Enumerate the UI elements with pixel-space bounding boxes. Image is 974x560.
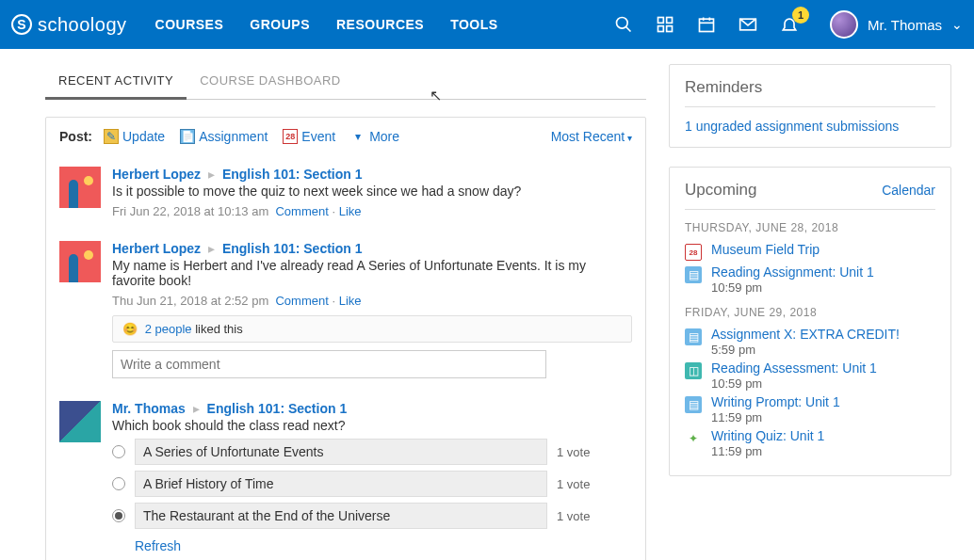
post-author[interactable]: Herbert Lopez xyxy=(112,167,201,182)
reminders-title: Reminders xyxy=(685,78,935,107)
feed-header: Post: ✎ Update 📄 Assignment 28 Event ▾ M… xyxy=(59,129,632,144)
feed-post: Herbert Lopez ▸ English 101: Section 1 I… xyxy=(59,159,632,233)
post-meta: Thu Jun 21, 2018 at 2:52 pm Comment · Li… xyxy=(112,294,632,308)
upcoming-day-header: FRIDAY, JUNE 29, 2018 xyxy=(685,306,935,319)
poll-option: A Brief History of Time 1 vote xyxy=(112,471,632,497)
upcoming-item: ▤ Writing Prompt: Unit 1 11:59 pm xyxy=(685,394,935,424)
main-nav: COURSES GROUPS RESOURCES TOOLS xyxy=(155,17,498,32)
logo-text: schoology xyxy=(38,14,127,36)
svg-rect-6 xyxy=(700,19,714,31)
poll-option-label[interactable]: A Series of Unfortunate Events xyxy=(135,439,547,465)
feed-post: Mr. Thomas ▸ English 101: Section 1 Whic… xyxy=(59,393,632,560)
svg-rect-4 xyxy=(658,26,664,32)
like-link[interactable]: Like xyxy=(339,294,362,308)
update-icon: ✎ xyxy=(104,129,119,144)
upcoming-item: 28 Museum Field Trip xyxy=(685,242,935,261)
tab-course-dashboard[interactable]: COURSE DASHBOARD xyxy=(187,64,354,99)
nav-groups[interactable]: GROUPS xyxy=(250,17,310,32)
post-meta: Fri Jun 22, 2018 at 10:13 am Comment · L… xyxy=(112,204,632,218)
feed-post: Herbert Lopez ▸ English 101: Section 1 M… xyxy=(59,233,632,393)
comment-link[interactable]: Comment xyxy=(275,204,328,218)
upcoming-day-header: THURSDAY, JUNE 28, 2018 xyxy=(685,221,935,234)
upcoming-item: ◫ Reading Assessment: Unit 1 10:59 pm xyxy=(685,360,935,391)
poll-radio[interactable] xyxy=(112,509,125,522)
post-event-label: Event xyxy=(301,129,335,144)
assignment-small-icon: ▤ xyxy=(685,328,702,345)
post-more-button[interactable]: ▾ More xyxy=(350,129,399,144)
post-text: My name is Herbert and I've already read… xyxy=(112,258,632,288)
poll-votes: 1 vote xyxy=(557,445,590,459)
logo[interactable]: S schoology xyxy=(11,14,127,36)
upcoming-item-title[interactable]: Museum Field Trip xyxy=(711,242,935,257)
post-assignment-label: Assignment xyxy=(199,129,268,144)
upcoming-item-time: 10:59 pm xyxy=(711,376,935,391)
avatar xyxy=(830,10,858,39)
upcoming-item-title[interactable]: Writing Quiz: Unit 1 xyxy=(711,428,935,443)
refresh-link[interactable]: Refresh xyxy=(135,538,181,553)
nav-resources[interactable]: RESOURCES xyxy=(336,17,424,32)
upcoming-item: ✦ Writing Quiz: Unit 1 11:59 pm xyxy=(685,428,935,458)
post-text: Which book should the class read next? xyxy=(112,418,632,433)
upcoming-item-title[interactable]: Writing Prompt: Unit 1 xyxy=(711,394,935,409)
post-event-button[interactable]: 28 Event xyxy=(283,129,335,144)
chevron-right-icon: ▸ xyxy=(208,241,215,256)
post-more-label: More xyxy=(369,129,399,144)
poll-radio[interactable] xyxy=(112,477,125,490)
quiz-small-icon: ✦ xyxy=(685,430,702,447)
feed-panel: Post: ✎ Update 📄 Assignment 28 Event ▾ M… xyxy=(45,117,646,560)
post-label: Post: xyxy=(59,129,92,144)
avatar xyxy=(59,241,101,282)
svg-rect-5 xyxy=(667,26,673,32)
sort-dropdown[interactable]: Most Recent xyxy=(551,129,632,144)
post-course[interactable]: English 101: Section 1 xyxy=(207,401,348,416)
chevron-down-icon: ⌄ xyxy=(951,17,963,32)
calendar-small-icon: 28 xyxy=(685,244,702,261)
more-icon: ▾ xyxy=(350,129,365,144)
apps-icon[interactable] xyxy=(655,14,675,35)
comment-input[interactable] xyxy=(112,350,546,378)
poll-option-label[interactable]: The Restaurant at the End of the Univers… xyxy=(135,503,547,529)
search-icon[interactable] xyxy=(613,14,634,35)
svg-rect-3 xyxy=(667,18,673,24)
reminders-link[interactable]: 1 ungraded assignment submissions xyxy=(685,119,899,134)
poll-option-label[interactable]: A Brief History of Time xyxy=(135,471,547,497)
nav-tools[interactable]: TOOLS xyxy=(450,17,497,32)
upcoming-item-title[interactable]: Reading Assessment: Unit 1 xyxy=(711,360,935,376)
upcoming-item-time: 11:59 pm xyxy=(711,444,935,458)
poll-radio[interactable] xyxy=(112,445,125,458)
post-assignment-button[interactable]: 📄 Assignment xyxy=(180,129,268,144)
avatar xyxy=(59,167,101,208)
assignment-icon: 📄 xyxy=(180,129,195,144)
mail-icon[interactable] xyxy=(738,14,758,35)
post-course[interactable]: English 101: Section 1 xyxy=(222,241,363,256)
likes-count[interactable]: 2 people xyxy=(145,322,192,336)
svg-line-1 xyxy=(626,27,631,32)
upcoming-item-time: 10:59 pm xyxy=(711,280,935,295)
smile-icon: 😊 xyxy=(122,322,138,336)
nav-courses[interactable]: COURSES xyxy=(155,17,224,32)
upcoming-item-title[interactable]: Reading Assignment: Unit 1 xyxy=(711,264,935,280)
calendar-icon[interactable] xyxy=(696,14,717,35)
upcoming-item-title[interactable]: Assignment X: EXTRA CREDIT! xyxy=(711,327,935,342)
post-course[interactable]: English 101: Section 1 xyxy=(222,167,363,182)
topbar-icons: 1 Mr. Thomas ⌄ xyxy=(613,10,963,39)
assignment-small-icon: ▤ xyxy=(685,396,702,413)
post-author[interactable]: Mr. Thomas xyxy=(112,401,186,416)
post-update-button[interactable]: ✎ Update xyxy=(104,129,165,144)
post-date: Fri Jun 22, 2018 at 10:13 am xyxy=(112,204,268,218)
like-link[interactable]: Like xyxy=(339,204,362,218)
user-menu[interactable]: Mr. Thomas ⌄ xyxy=(830,10,963,39)
post-author[interactable]: Herbert Lopez xyxy=(112,241,201,256)
tab-recent-activity[interactable]: RECENT ACTIVITY xyxy=(45,64,187,100)
svg-rect-2 xyxy=(658,18,664,24)
notifications-icon[interactable]: 1 xyxy=(779,14,800,35)
calendar-link[interactable]: Calendar xyxy=(882,183,935,198)
likes-suffix: liked this xyxy=(192,322,243,336)
poll-option: The Restaurant at the End of the Univers… xyxy=(112,503,632,529)
topbar: S schoology COURSES GROUPS RESOURCES TOO… xyxy=(0,0,974,49)
post-date: Thu Jun 21, 2018 at 2:52 pm xyxy=(112,294,268,308)
chevron-right-icon: ▸ xyxy=(208,167,215,182)
notifications-badge: 1 xyxy=(792,7,809,24)
comment-link[interactable]: Comment xyxy=(275,294,328,308)
poll-votes: 1 vote xyxy=(557,477,590,491)
